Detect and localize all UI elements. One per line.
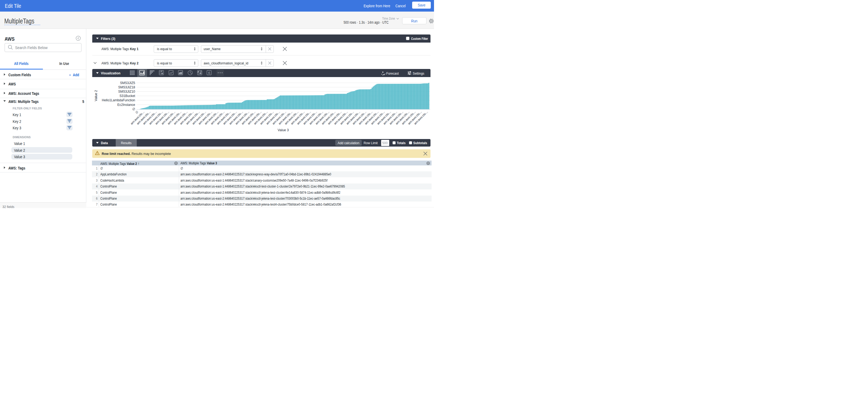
svg-text:∅: ∅ (135, 110, 139, 114)
svg-text:SMS3JIZ10: SMS3JIZ10 (118, 90, 135, 94)
svg-text:∅: ∅ (132, 107, 135, 111)
svg-text:Hello1LambdaFunction: Hello1LambdaFunction (102, 98, 135, 102)
svg-text:Value 3: Value 3 (278, 128, 289, 132)
svg-text:Value 2: Value 2 (94, 90, 98, 101)
svg-text:SMS3JIZ5: SMS3JIZ5 (120, 81, 135, 85)
svg-text:Ec2Instance: Ec2Instance (117, 103, 135, 107)
svg-text:SMS3JIZ18: SMS3JIZ18 (118, 85, 135, 89)
svg-text:S31Bucket: S31Bucket (120, 94, 135, 98)
